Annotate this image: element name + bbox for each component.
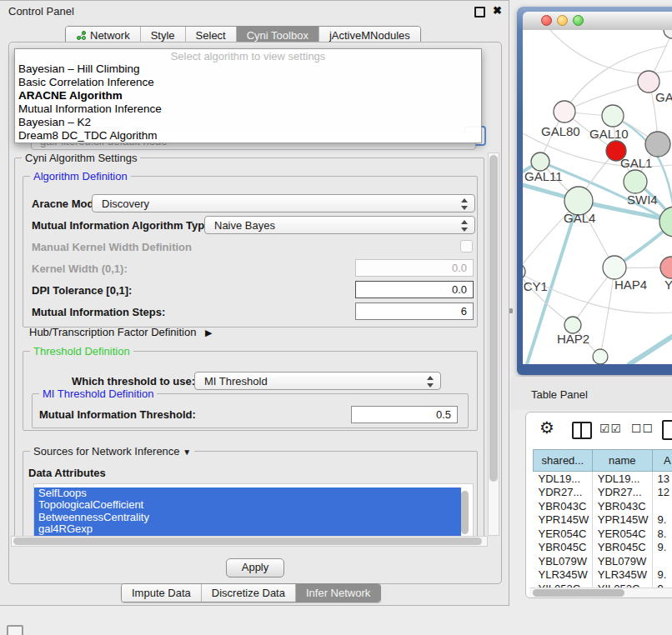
column-header-name[interactable]: name xyxy=(592,450,652,472)
mi-threshold-label: Mutual Information Threshold: xyxy=(39,408,196,421)
table-cell: YPR145W xyxy=(592,513,652,528)
network-edge[interactable] xyxy=(629,337,672,364)
table-row[interactable]: YBR045CYBR045C9. xyxy=(534,541,672,555)
cyni-algorithm-settings-title: Cyni Algorithm Settings xyxy=(22,152,140,164)
node-table[interactable]: shared...nameAYDL19...YDL19...13YDR27...… xyxy=(533,449,672,596)
hub-definition-expander[interactable]: Hub/Transcription Factor Definition ▶ xyxy=(29,326,212,338)
aracne-mode-select[interactable]: Discovery xyxy=(92,194,475,212)
node-label: HAP2 xyxy=(557,332,589,346)
network-node-gal1[interactable] xyxy=(624,170,647,193)
column-view-icon[interactable] xyxy=(572,422,592,439)
algorithm-definition-group: Algorithm Definition Aracne Mode: Discov… xyxy=(23,176,478,328)
tab-impute-data[interactable]: Impute Data xyxy=(122,584,201,602)
table-row[interactable]: YDL19...YDL19...13 xyxy=(534,472,672,486)
which-threshold-select[interactable]: MI Threshold xyxy=(194,372,441,390)
which-threshold-value: MI Threshold xyxy=(204,375,268,388)
tab-infer-network[interactable]: Infer Network xyxy=(295,584,380,602)
select-all-icon[interactable]: ☑☑ xyxy=(599,422,622,435)
close-traffic-light-icon[interactable] xyxy=(541,15,552,26)
network-node-hap4[interactable] xyxy=(603,256,626,279)
mi-type-select[interactable]: Naive Bayes xyxy=(204,216,475,234)
table-row[interactable]: YLR345WYLR345W9. xyxy=(534,568,672,582)
deselect-all-icon[interactable]: ☐☐ xyxy=(631,422,654,435)
algorithm-option-bayesian-k2[interactable]: Bayesian – K2 xyxy=(18,116,91,129)
table-icon[interactable] xyxy=(662,420,672,440)
algorithm-option-basic-correlation-inference[interactable]: Basic Correlation Inference xyxy=(18,76,154,89)
attribute-betweennesscentrality[interactable]: BetweennessCentrality xyxy=(34,512,461,523)
data-attributes-list[interactable]: SelfLoopsTopologicalCoefficientBetweenne… xyxy=(33,483,474,536)
table-row[interactable]: YBR043CYBR043C xyxy=(534,499,672,513)
network-node-gal80[interactable] xyxy=(554,101,575,122)
algorithm-option-aracne-algorithm[interactable]: ARACNE Algorithm xyxy=(18,89,123,102)
network-node-y[interactable] xyxy=(660,257,672,278)
restore-panel-icon[interactable] xyxy=(7,625,23,635)
network-node[interactable] xyxy=(664,30,672,38)
network-node-gcy1[interactable] xyxy=(523,263,525,280)
network-view-window: GALGAL80GAL10GAL11GAL1GAL4SWI4GCY1HAP4YH… xyxy=(517,7,672,375)
sources-group: Sources for Network Inference ▼ Data Att… xyxy=(23,451,478,536)
settings-horizontal-scrollbar[interactable] xyxy=(11,536,488,547)
algorithm-option-dream8-dc-tdc-algorithm[interactable]: Dream8 DC_TDC Algorithm xyxy=(18,129,158,142)
dpi-tolerance-field[interactable]: 0.0 xyxy=(355,281,474,298)
apply-button[interactable]: Apply xyxy=(226,558,284,578)
attribute-topologicalcoefficient[interactable]: TopologicalCoefficient xyxy=(34,499,461,511)
algorithm-dropdown-popup: Select algorithm to view settings Bayesi… xyxy=(14,48,482,143)
float-window-icon[interactable] xyxy=(474,7,485,18)
screen: Control Panel ✖ NetworkStyleSelectCyni T… xyxy=(0,0,672,635)
kernel-width-field[interactable]: 0.0 xyxy=(355,259,474,277)
attribute-gal4rgexp[interactable]: gal4RGexp xyxy=(34,523,461,535)
table-cell: YBR045C xyxy=(592,541,652,555)
table-cell: YDR27... xyxy=(534,486,593,500)
table-cell: 9. xyxy=(652,568,672,582)
node-label: GAL1 xyxy=(620,156,652,170)
data-attributes-label: Data Attributes xyxy=(28,467,106,479)
sources-title[interactable]: Sources for Network Inference ▼ xyxy=(30,445,194,458)
column-header-shared[interactable]: shared... xyxy=(534,450,593,472)
table-row[interactable]: YDR27...YDR27...12 xyxy=(534,486,672,500)
network-node[interactable] xyxy=(645,132,670,157)
network-node-gal10[interactable] xyxy=(602,105,624,127)
panel-splitter-handle[interactable] xyxy=(509,308,513,313)
manual-kernel-checkbox[interactable] xyxy=(460,240,473,252)
node-label: GAL10 xyxy=(589,127,629,141)
close-icon[interactable]: ✖ xyxy=(493,4,502,17)
network-node[interactable] xyxy=(593,349,608,364)
table-row[interactable]: YPR145WYPR145W9. xyxy=(534,513,672,528)
threshold-definition-group: Threshold Definition Which threshold to … xyxy=(23,351,478,431)
tab-discretize-data[interactable]: Discretize Data xyxy=(201,584,295,602)
minimize-traffic-light-icon[interactable] xyxy=(557,15,568,26)
table-row[interactable]: YER054CYER054C8. xyxy=(534,527,672,541)
network-node-gal11[interactable] xyxy=(531,152,549,171)
dpi-tolerance-label: DPI Tolerance [0,1]: xyxy=(32,284,132,297)
table-cell: YBL079W xyxy=(534,554,593,568)
zoom-traffic-light-icon[interactable] xyxy=(573,15,584,26)
gear-icon[interactable]: ⚙ xyxy=(539,418,554,438)
table-cell xyxy=(652,499,672,513)
table-panel: ⚙ ☑☑ ☐☐ shared...nameAYDL19...YDL19...13… xyxy=(525,412,672,598)
table-cell: YDL19... xyxy=(534,472,593,486)
network-node-hap2[interactable] xyxy=(564,317,581,333)
node-label: Y xyxy=(664,278,672,292)
list-scrollbar-thumb[interactable] xyxy=(461,491,469,534)
manual-kernel-label: Manual Kernel Width Definition xyxy=(32,241,192,253)
table-cell: YDL19... xyxy=(592,472,652,486)
node-label: GCY1 xyxy=(523,279,548,293)
node-label: GAL xyxy=(655,90,672,104)
mi-threshold-field[interactable]: 0.5 xyxy=(351,406,458,423)
column-header-a[interactable]: A xyxy=(652,450,672,472)
table-horizontal-scrollbar[interactable] xyxy=(529,588,672,598)
mi-threshold-title: MI Threshold Definition xyxy=(39,388,157,400)
network-canvas[interactable]: GALGAL80GAL10GAL11GAL1GAL4SWI4GCY1HAP4YH… xyxy=(523,30,672,364)
table-row[interactable]: YBL079WYBL079W xyxy=(534,554,672,568)
network-edge[interactable] xyxy=(600,268,614,357)
settings-vertical-scrollbar[interactable] xyxy=(488,152,499,536)
cyni-bottom-tabs: Impute DataDiscretize DataInfer Network xyxy=(121,583,381,602)
control-panel-title: Control Panel xyxy=(8,5,74,18)
node-label: GAL11 xyxy=(524,169,563,183)
network-window-titlebar[interactable] xyxy=(523,12,672,31)
table-cell: YBR043C xyxy=(592,499,652,513)
algorithm-option-bayesian-hill-climbing[interactable]: Bayesian – Hill Climbing xyxy=(18,62,140,76)
attribute-selfloops[interactable]: SelfLoops xyxy=(34,488,461,499)
algorithm-option-mutual-information-inference[interactable]: Mutual Information Inference xyxy=(18,102,162,116)
mi-steps-field[interactable]: 6 xyxy=(355,302,474,320)
